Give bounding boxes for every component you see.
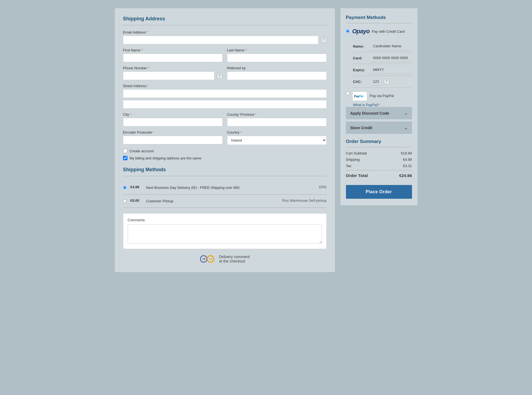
subtotal-value: €19.99 [401, 151, 412, 155]
cvc-input-wrapper: ? [370, 78, 390, 86]
order-summary-divider [346, 147, 412, 147]
eircode-input[interactable] [123, 136, 223, 144]
name-row: First Name* Last Name* [123, 48, 327, 62]
store-credit-chevron-icon: ⌄ [404, 125, 408, 130]
phone-input[interactable] [123, 71, 214, 80]
phone-group: Phone Number* ? [123, 66, 223, 80]
city-label: City* [123, 112, 223, 117]
last-name-input[interactable] [227, 54, 327, 62]
apply-discount-button[interactable]: Apply Discount Code ⌄ [346, 107, 412, 119]
country-group: Country* Ireland United Kingdom United S… [227, 130, 327, 145]
comments-label: Comments [128, 218, 322, 222]
opayo-pay-text: Pay with Credit Card [372, 29, 405, 34]
card-number-value [370, 54, 412, 62]
paypal-option: Pay Pal Pay via PayPal [346, 92, 412, 101]
billing-same-checkbox[interactable] [123, 156, 127, 160]
payment-divider [346, 23, 412, 23]
card-number-input[interactable] [370, 54, 412, 62]
first-name-input[interactable] [123, 54, 223, 62]
paypal-pay-text: Pay via PayPal [370, 94, 394, 98]
email-label: Email Address* [123, 30, 327, 34]
card-number-row: Card: [353, 52, 412, 64]
street-line2-group [123, 100, 327, 109]
street-line1-group [123, 89, 327, 98]
paypal-logo-box: Pay Pal [352, 92, 367, 101]
tax-label: Tax [346, 164, 351, 168]
shipping-row: Shipping €4.99 [346, 158, 412, 162]
card-expiry-value [370, 66, 412, 74]
phone-input-wrapper: ? [123, 71, 223, 80]
shipping-summary-label: Shipping [346, 158, 360, 162]
street-line1-input[interactable] [123, 89, 327, 98]
city-county-row: City* County/ Province* [123, 112, 327, 126]
cvc-help-icon[interactable]: ? [384, 79, 390, 85]
total-value: €24.98 [399, 173, 412, 178]
card-fields: Name: Card: Expiry: CVC: [353, 40, 412, 88]
card-expiry-input[interactable] [370, 66, 412, 74]
place-order-button[interactable]: Place Order [346, 185, 412, 199]
paypal-radio[interactable] [346, 92, 350, 95]
subtotal-row: Cart Subtotal €19.99 [346, 151, 412, 155]
billing-same-label: My billing and shipping address are the … [130, 156, 201, 160]
tax-value: €3.31 [403, 164, 412, 168]
email-group: Email Address* ? [123, 30, 327, 44]
country-label: Country* [227, 130, 327, 134]
shipping-dpd-details: €4.99 Next Business Day Delivery (IE) - … [130, 185, 327, 190]
discount-chevron-icon: ⌄ [404, 111, 408, 116]
card-expiry-row: Expiry: [353, 64, 412, 76]
delivery-comment-text: Delivery commentat the checkout [219, 255, 250, 263]
referred-group: Referred by [227, 66, 327, 80]
shipping-methods-divider [123, 176, 327, 176]
create-account-checkbox[interactable] [123, 149, 127, 153]
store-credit-label: Store Credit [350, 126, 372, 130]
payment-methods-title: Payment Methods [346, 15, 412, 20]
shipping-pickup-desc: Customer Pickup [146, 198, 279, 204]
eircode-country-row: Eircode/ Postcode* Country* Ireland Unit… [123, 130, 327, 145]
phone-label: Phone Number* [123, 66, 223, 70]
billing-same-group: My billing and shipping address are the … [123, 156, 327, 160]
shipping-pickup-details: €0.00 Customer Pickup Ros Warehouse Self… [130, 198, 327, 204]
email-help-icon[interactable]: ? [321, 37, 327, 43]
county-group: County/ Province* [227, 112, 327, 126]
opayo-logo-wrapper: Opayo Pay with Credit Card [352, 28, 405, 35]
county-input[interactable] [227, 118, 327, 126]
store-credit-button[interactable]: Store Credit ⌄ [346, 121, 412, 134]
comments-textarea[interactable] [128, 224, 322, 244]
shipping-dpd-price: €4.99 [130, 185, 143, 189]
card-name-input[interactable] [370, 42, 412, 50]
delivery-truck-icon [200, 253, 216, 264]
total-row: Order Total €24.98 [346, 170, 412, 178]
right-panel: Payment Methods Opayo Pay with Credit Ca… [340, 8, 418, 205]
street-line2-input[interactable] [123, 100, 327, 109]
opayo-radio[interactable] [346, 29, 350, 33]
phone-referred-row: Phone Number* ? Referred by [123, 66, 327, 80]
last-name-label: Last Name* [227, 48, 327, 52]
phone-help-icon[interactable]: ? [217, 73, 223, 79]
shipping-pickup-carrier: Ros Warehouse Self-pickup [282, 198, 327, 203]
card-cvc-input[interactable] [370, 78, 381, 86]
email-input-wrapper: ? [123, 36, 327, 44]
referred-input[interactable] [227, 71, 327, 80]
comments-section: Comments [123, 213, 327, 249]
eircode-group: Eircode/ Postcode* [123, 130, 223, 145]
county-label: County/ Province* [227, 112, 327, 117]
first-name-group: First Name* [123, 48, 223, 62]
apply-discount-label: Apply Discount Code [350, 111, 389, 115]
street-group: Street Address* [123, 84, 327, 109]
country-select[interactable]: Ireland United Kingdom United States [227, 136, 327, 145]
page-wrapper: Shipping Address Email Address* ? First … [115, 8, 418, 387]
create-account-label: Create account [130, 149, 154, 153]
what-is-paypal-link[interactable]: What is PayPal? [353, 103, 379, 107]
order-summary-title: Order Summary [346, 139, 412, 144]
card-expiry-label: Expiry: [353, 68, 368, 72]
shipping-radio-dpd[interactable] [123, 186, 127, 189]
eircode-label: Eircode/ Postcode* [123, 130, 223, 134]
card-name-label: Name: [353, 44, 368, 48]
email-input[interactable] [123, 36, 318, 44]
left-panel: Shipping Address Email Address* ? First … [115, 8, 335, 272]
shipping-radio-pickup[interactable] [123, 199, 127, 203]
shipping-summary-value: €4.99 [403, 158, 412, 162]
subtotal-label: Cart Subtotal [346, 151, 367, 155]
card-cvc-row: CVC: ? [353, 76, 412, 88]
city-input[interactable] [123, 118, 223, 126]
